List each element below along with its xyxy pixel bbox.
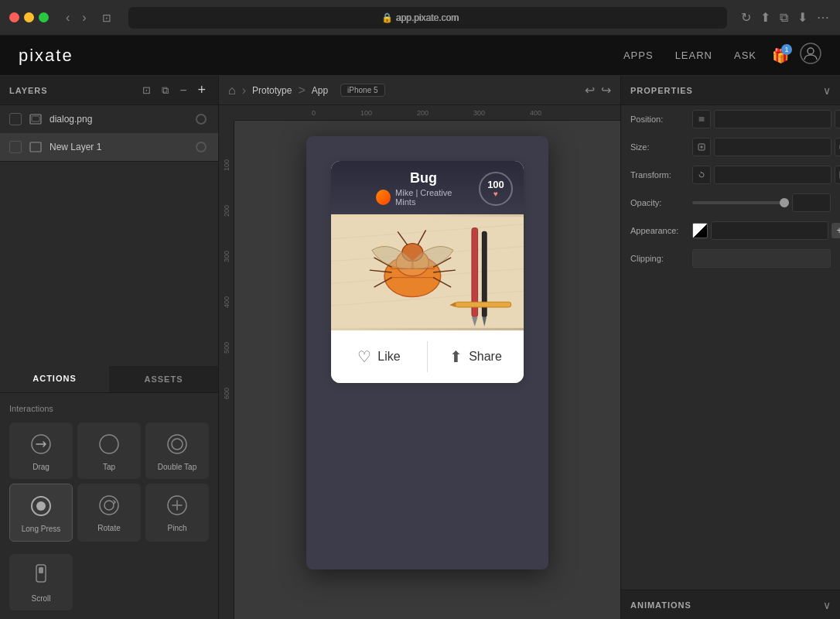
transform-input[interactable] bbox=[714, 166, 831, 184]
card-badge[interactable]: 100 ♥ bbox=[479, 172, 513, 206]
layer-visibility-newlayer1[interactable] bbox=[193, 139, 209, 155]
interaction-drag[interactable]: Drag bbox=[9, 422, 73, 479]
ruler-vertical: 100 200 300 400 500 600 bbox=[219, 121, 234, 619]
layer-remove-btn[interactable]: − bbox=[176, 82, 190, 99]
appearance-color-swatch[interactable] bbox=[692, 223, 708, 238]
share-icon: ⬆ bbox=[449, 347, 463, 366]
address-bar[interactable] bbox=[128, 7, 727, 29]
interaction-double-tap[interactable]: Double Tap bbox=[145, 422, 209, 479]
canvas-area: ⌂ › Prototype > App iPhone 5 ↩ ↪ 0 100 2… bbox=[219, 76, 620, 619]
nav-apps[interactable]: APPS bbox=[623, 50, 654, 61]
drag-label: Drag bbox=[32, 463, 50, 471]
layer-icon-btn[interactable]: ⊡ bbox=[139, 83, 154, 97]
undo-button[interactable]: ↩ bbox=[585, 83, 595, 97]
home-button[interactable]: ⌂ bbox=[228, 84, 236, 97]
property-appearance: Appearance: + bbox=[621, 217, 840, 245]
card-actions: ♡ Like ⬆ Share bbox=[331, 330, 524, 383]
card-badge-heart-icon: ♥ bbox=[493, 190, 498, 198]
extensions-button[interactable]: ⋯ bbox=[815, 9, 831, 26]
breadcrumb-current[interactable]: App bbox=[312, 85, 328, 96]
size-label: Size: bbox=[630, 142, 686, 152]
ruler-corner bbox=[219, 105, 234, 121]
position-x-input[interactable] bbox=[714, 110, 831, 128]
forward-button[interactable]: › bbox=[77, 9, 90, 26]
appearance-input[interactable] bbox=[711, 221, 828, 240]
layer-visibility-dialog[interactable] bbox=[193, 111, 209, 127]
property-size: Size: bbox=[621, 133, 840, 161]
appearance-label: Appearance: bbox=[630, 226, 686, 235]
reload-button[interactable]: ↻ bbox=[739, 9, 753, 26]
svg-point-10 bbox=[36, 501, 46, 511]
maximize-button[interactable] bbox=[39, 12, 49, 22]
nav-ask[interactable]: ASK bbox=[734, 50, 756, 61]
svg-rect-3 bbox=[32, 116, 39, 121]
app-header: pixate APPS LEARN ASK 🎁 1 bbox=[0, 36, 840, 76]
interaction-long-press[interactable]: Long Press bbox=[9, 484, 73, 542]
animations-header: ANIMATIONS ∨ bbox=[621, 590, 840, 619]
interaction-tap[interactable]: Tap bbox=[77, 422, 141, 479]
actions-panel: Interactions Drag bbox=[0, 393, 218, 619]
tap-label: Tap bbox=[103, 463, 115, 471]
rotate-label: Rotate bbox=[97, 524, 120, 532]
share-browser-button[interactable]: ⬆ bbox=[759, 9, 772, 26]
gift-button[interactable]: 🎁 1 bbox=[772, 47, 789, 64]
close-button[interactable] bbox=[9, 12, 19, 22]
back-button[interactable]: ‹ bbox=[61, 9, 74, 26]
layer-icon-newlayer1 bbox=[28, 139, 43, 155]
size-w-input[interactable] bbox=[714, 138, 831, 156]
scroll-grid: Scroll bbox=[9, 554, 209, 610]
interaction-rotate[interactable]: Rotate bbox=[77, 484, 141, 542]
transform-flip-icon[interactable] bbox=[835, 166, 840, 184]
tab-actions[interactable]: ACTIONS bbox=[0, 366, 109, 392]
size-link-icon[interactable] bbox=[692, 138, 711, 156]
property-position: Position: bbox=[621, 105, 840, 133]
layer-item-newlayer1[interactable]: New Layer 1 bbox=[0, 133, 218, 161]
pinch-icon bbox=[163, 491, 191, 519]
pinch-label: Pinch bbox=[167, 524, 186, 532]
svg-point-8 bbox=[172, 439, 183, 450]
clipping-controls bbox=[692, 249, 831, 268]
tab-assets[interactable]: ASSETS bbox=[109, 366, 218, 392]
canvas-toolbar: ⌂ › Prototype > App iPhone 5 ↩ ↪ bbox=[219, 76, 620, 105]
account-button[interactable] bbox=[800, 43, 821, 68]
layer-duplicate-btn[interactable]: ⧉ bbox=[159, 83, 172, 98]
right-panel: PROPERTIES ∨ Position: Size: bbox=[620, 76, 840, 619]
svg-point-7 bbox=[168, 435, 186, 453]
appearance-add-button[interactable]: + bbox=[831, 223, 840, 238]
canvas-controls: ↩ ↪ bbox=[585, 83, 611, 97]
transform-rotate-icon[interactable] bbox=[692, 166, 711, 184]
svg-point-0 bbox=[801, 43, 821, 63]
nav-learn[interactable]: LEARN bbox=[675, 50, 712, 61]
redo-button[interactable]: ↪ bbox=[601, 83, 611, 97]
sidebar-toggle-button[interactable]: ⊡ bbox=[97, 10, 116, 26]
opacity-slider[interactable] bbox=[692, 201, 789, 204]
svg-point-1 bbox=[808, 48, 814, 54]
property-transform: Transform: bbox=[621, 161, 840, 189]
layers-actions: ⊡ ⧉ − + bbox=[139, 80, 209, 100]
minimize-button[interactable] bbox=[24, 12, 34, 22]
layer-item-dialog[interactable]: dialog.png bbox=[0, 105, 218, 133]
animations-collapse-button[interactable]: ∨ bbox=[823, 599, 831, 611]
layer-add-btn[interactable]: + bbox=[194, 80, 209, 100]
svg-point-6 bbox=[100, 435, 118, 453]
logo: pixate bbox=[19, 46, 73, 66]
like-button[interactable]: ♡ Like bbox=[331, 341, 427, 372]
canvas-wrapper: 0 100 200 300 400 100 200 300 400 500 60… bbox=[219, 105, 620, 619]
share-button[interactable]: ⬆ Share bbox=[428, 341, 524, 372]
layer-checkbox-dialog[interactable] bbox=[9, 113, 22, 125]
svg-rect-4 bbox=[30, 142, 41, 152]
position-link-icon[interactable] bbox=[692, 110, 711, 128]
size-aspect-icon[interactable] bbox=[835, 138, 840, 156]
layer-checkbox-newlayer1[interactable] bbox=[9, 141, 22, 153]
download-button[interactable]: ⬇ bbox=[796, 9, 809, 26]
properties-collapse-button[interactable]: ∨ bbox=[823, 84, 831, 97]
opacity-label: Opacity: bbox=[630, 198, 686, 207]
new-tab-button[interactable]: ⧉ bbox=[778, 9, 790, 26]
interaction-scroll[interactable]: Scroll bbox=[9, 554, 73, 610]
opacity-value-input[interactable]: 100 bbox=[792, 193, 831, 212]
clipping-input[interactable] bbox=[692, 249, 831, 268]
position-anchor-icon[interactable] bbox=[835, 110, 840, 128]
interaction-pinch[interactable]: Pinch bbox=[145, 484, 209, 542]
app-card: Bug Mike | Creative Mints 100 ♥ bbox=[331, 161, 524, 383]
breadcrumb-parent[interactable]: Prototype bbox=[252, 85, 292, 96]
